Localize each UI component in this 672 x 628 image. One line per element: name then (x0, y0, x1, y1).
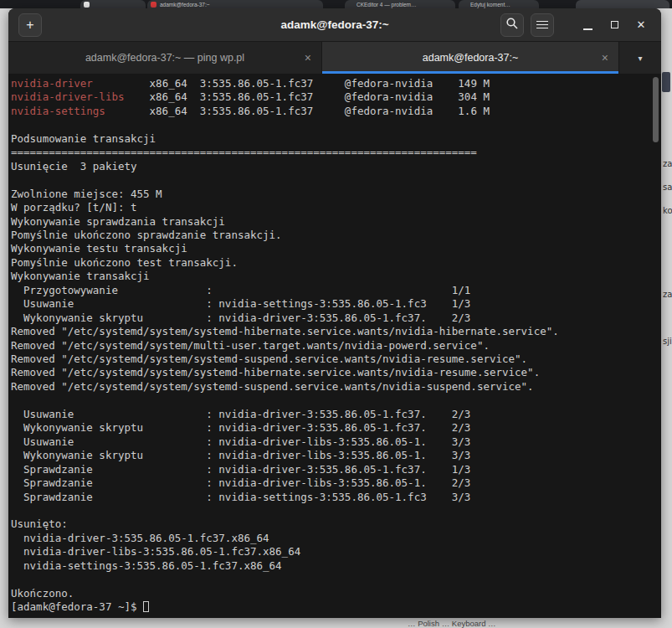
tab-favicon (84, 2, 90, 8)
terminal-line: Removed "/etc/systemd/system/multi-user.… (11, 339, 661, 353)
terminal-line: Usuwanie : nvidia-driver-3:535.86.05-1.f… (11, 408, 661, 421)
background-text-fragment: za (663, 290, 672, 299)
background-text-fragment: … Polish … Keyboard … (408, 619, 496, 628)
terminal-line: Pomyślnie ukończono sprawdzanie transakc… (11, 229, 661, 242)
terminal-line: Removed "/etc/systemd/system/systemd-hib… (11, 325, 661, 338)
background-tab-label: Edytuj koment… (470, 2, 510, 8)
terminal-scrollbar[interactable] (653, 77, 659, 142)
search-button[interactable] (500, 13, 524, 37)
background-text-fragment: ko (663, 206, 672, 215)
terminal-line (11, 573, 661, 586)
terminal-line: nvidia-driver-libs x86_64 3:535.86.05-1.… (11, 90, 661, 104)
terminal-line: Pomyślnie ukończono test transakcji. (11, 256, 661, 270)
terminal-line: Removed "/etc/systemd/system/systemd-sus… (11, 353, 661, 366)
background-tab-label: CKEditor 4 — problem… (357, 2, 417, 8)
terminal-line: Przygotowywanie : 1/1 (11, 284, 661, 297)
terminal-line: Sprawdzanie : nvidia-settings-3:535.86.0… (11, 491, 661, 504)
terminal-line (11, 173, 661, 187)
plus-icon: + (26, 18, 33, 32)
terminal-line: Wykonywanie skryptu : nvidia-driver-3:53… (11, 311, 661, 325)
background-tab[interactable]: CKEditor 4 — problem… (345, 0, 455, 8)
close-icon: ✕ (637, 18, 646, 31)
background-tab-label: adamk@fedora-37:~ (160, 2, 210, 8)
terminal-line: Usuwanie : nvidia-settings-3:535.86.05-1… (11, 297, 661, 311)
terminal-line: nvidia-driver-libs-3:535.86.05-1.fc37.x8… (11, 545, 661, 559)
terminal-tabbar: adamk@fedora-37:~ — ping wp.pl × adamk@f… (8, 42, 661, 74)
terminal-line: nvidia-driver-3:535.86.05-1.fc37.x86_64 (11, 532, 661, 545)
background-scrollbar (662, 72, 670, 92)
tab-ping-wppl[interactable]: adamk@fedora-37:~ — ping wp.pl × (8, 42, 322, 74)
terminal-line: nvidia-settings-3:535.86.05-1.fc37.x86_6… (11, 559, 661, 573)
terminal-line: Zwolnione miejsce: 455 M (11, 188, 661, 201)
terminal-line: Ukończono. (11, 587, 661, 600)
terminal-line: Wykonywanie testu transakcji (11, 242, 661, 255)
tab-close-icon[interactable]: × (602, 52, 608, 64)
terminal-line: ========================================… (11, 146, 661, 159)
terminal-line (11, 118, 661, 131)
terminal-line: Removed "/etc/systemd/system/systemd-hib… (11, 366, 661, 379)
background-tab[interactable]: Edytuj koment… (459, 0, 539, 8)
terminal-line: Usuwanie : nvidia-driver-libs-3:535.86.0… (11, 435, 661, 449)
terminal-line: Usunięcie 3 pakiety (11, 160, 661, 173)
background-tab[interactable] (80, 0, 146, 8)
terminal-line: Wykonywanie sprawdzania transakcji (11, 215, 661, 229)
terminal-output[interactable]: nvidia-driver x86_64 3:535.86.05-1.fc37 … (8, 74, 661, 618)
background-text-fragment: sji (663, 337, 672, 346)
terminal-line: W porządku? [t/N]: t (11, 201, 661, 214)
terminal-line: Wykonywanie skryptu : nvidia-driver-libs… (11, 449, 661, 462)
terminal-line: Wykonywanie skryptu : nvidia-driver-3:53… (11, 421, 661, 435)
terminal-line: Removed "/etc/systemd/system/systemd-sus… (11, 380, 661, 394)
tab-list-button[interactable]: ▾ (619, 42, 661, 74)
tab-close-icon[interactable]: × (305, 52, 311, 64)
tab-home-shell[interactable]: adamk@fedora-37:~ × (322, 42, 619, 74)
background-text-fragment: sa (663, 183, 672, 192)
terminal-line: Usunięto: (11, 517, 661, 531)
terminal-line (11, 504, 661, 517)
background-text-fragment: za (663, 159, 672, 168)
tab-label: adamk@fedora-37:~ (423, 52, 519, 64)
terminal-line: nvidia-settings x86_64 3:535.86.05-1.fc3… (11, 105, 661, 118)
terminal-line: Wykonywanie transakcji (11, 270, 661, 283)
hamburger-icon (536, 18, 548, 31)
tab-label: adamk@fedora-37:~ — ping wp.pl (85, 52, 244, 64)
terminal-line (11, 394, 661, 407)
background-tab[interactable]: adamk@fedora-37:~ (147, 0, 323, 8)
tab-favicon (151, 2, 156, 8)
terminal-line: Podsumowanie transakcji (11, 132, 661, 146)
terminal-line: Sprawdzanie : nvidia-driver-libs-3:535.8… (11, 476, 661, 490)
chevron-down-icon: ▾ (638, 54, 642, 63)
window-headerbar[interactable]: + adamk@fedora-37:~ ✕ (8, 8, 661, 42)
minimize-button[interactable] (577, 15, 598, 35)
search-icon (505, 17, 519, 33)
background-tab (576, 0, 669, 8)
maximize-button[interactable] (604, 15, 624, 35)
background-browser-tabstrip: adamk@fedora-37:~ CKEditor 4 — problem… … (0, 0, 672, 8)
terminal-line: Sprawdzanie : nvidia-driver-3:535.86.05-… (11, 463, 661, 476)
terminal-line: nvidia-driver x86_64 3:535.86.05-1.fc37 … (11, 77, 661, 90)
terminal-cursor (143, 601, 149, 612)
maximize-icon (611, 21, 618, 28)
menu-button[interactable] (531, 13, 554, 37)
terminal-line: [adamk@fedora-37 ~]$ (11, 600, 661, 614)
new-tab-button[interactable]: + (18, 13, 42, 37)
terminal-window: + adamk@fedora-37:~ ✕ adamk@fe (8, 8, 661, 618)
minimize-icon (583, 28, 592, 30)
close-button[interactable]: ✕ (631, 15, 651, 35)
